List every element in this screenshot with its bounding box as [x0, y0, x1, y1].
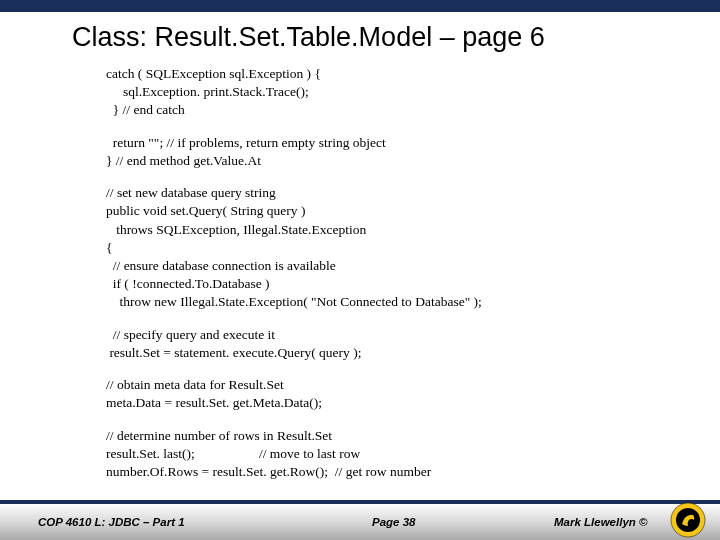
top-accent-bar	[0, 0, 720, 12]
code-line: // ensure database connection is availab…	[106, 257, 720, 275]
pegasus-logo-icon	[670, 502, 706, 538]
code-line: meta.Data = result.Set. get.Meta.Data();	[106, 394, 720, 412]
code-line: result.Set = statement. execute.Query( q…	[106, 344, 720, 362]
code-line: catch ( SQLException sql.Exception ) {	[106, 65, 720, 83]
code-line: } // end method get.Value.At	[106, 152, 720, 170]
code-line: throw new Illegal.State.Exception( "Not …	[106, 293, 720, 311]
code-block-2: return ""; // if problems, return empty …	[106, 134, 720, 170]
code-block-3: // set new database query string public …	[106, 184, 720, 312]
code-line: public void set.Query( String query )	[106, 202, 720, 220]
slide-title: Class: Result.Set.Table.Model – page 6	[0, 12, 720, 61]
code-block-5: // obtain meta data for Result.Set meta.…	[106, 376, 720, 412]
code-block-1: catch ( SQLException sql.Exception ) { s…	[106, 65, 720, 120]
code-line: result.Set. last(); // move to last row	[106, 445, 720, 463]
footer: COP 4610 L: JDBC – Part 1 Page 38 Mark L…	[0, 500, 720, 540]
code-line: } // end catch	[106, 101, 720, 119]
code-block-6: // determine number of rows in Result.Se…	[106, 427, 720, 482]
code-line: {	[106, 239, 720, 257]
footer-course: COP 4610 L: JDBC – Part 1	[38, 516, 185, 528]
code-body: catch ( SQLException sql.Exception ) { s…	[0, 61, 720, 481]
code-line: throws SQLException, Illegal.State.Excep…	[106, 221, 720, 239]
code-line: number.Of.Rows = result.Set. get.Row(); …	[106, 463, 720, 481]
footer-page: Page 38	[372, 516, 415, 528]
footer-author: Mark Llewellyn ©	[554, 516, 647, 528]
code-line: // set new database query string	[106, 184, 720, 202]
code-line: // obtain meta data for Result.Set	[106, 376, 720, 394]
footer-content: COP 4610 L: JDBC – Part 1 Page 38 Mark L…	[0, 504, 720, 540]
code-line: sql.Exception. print.Stack.Trace();	[106, 83, 720, 101]
code-line: // specify query and execute it	[106, 326, 720, 344]
code-line: if ( !connected.To.Database )	[106, 275, 720, 293]
code-line: return ""; // if problems, return empty …	[106, 134, 720, 152]
code-block-4: // specify query and execute it result.S…	[106, 326, 720, 362]
code-line: // determine number of rows in Result.Se…	[106, 427, 720, 445]
